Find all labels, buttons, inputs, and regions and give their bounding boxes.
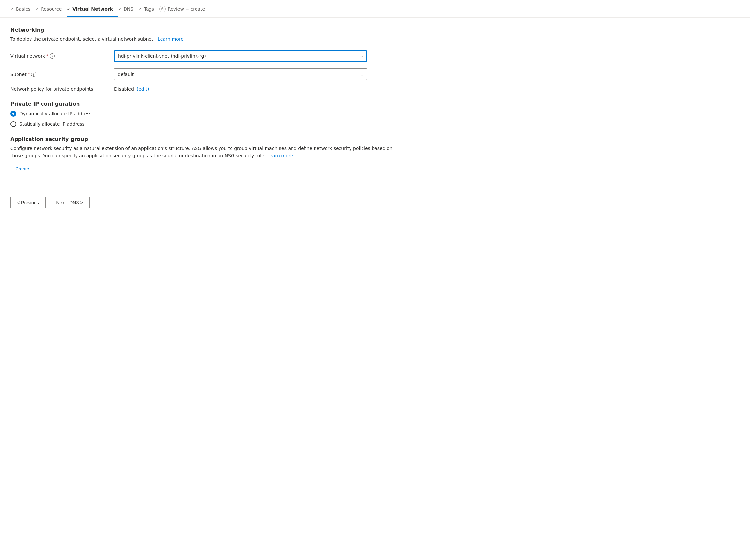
radio-circle-static bbox=[11, 121, 16, 127]
radio-dynamic-label: Dynamically allocate IP address bbox=[19, 111, 92, 116]
wizard-nav: ✓ Basics ✓ Resource ✓ Virtual Network ✓ … bbox=[0, 0, 750, 18]
nav-label-virtual-network: Virtual Network bbox=[72, 6, 113, 12]
subnet-label: Subnet * i bbox=[11, 71, 114, 77]
nav-step-dns[interactable]: ✓ DNS bbox=[118, 6, 138, 17]
create-asg-button[interactable]: + Create bbox=[11, 166, 29, 172]
network-policy-edit-link[interactable]: (edit) bbox=[137, 86, 149, 92]
private-ip-section: Private IP configuration Dynamically all… bbox=[11, 101, 411, 127]
check-icon-dns: ✓ bbox=[118, 7, 122, 12]
radio-dynamic[interactable]: Dynamically allocate IP address bbox=[11, 111, 411, 117]
check-icon-basics: ✓ bbox=[11, 7, 14, 12]
nav-label-dns: DNS bbox=[123, 6, 133, 12]
asg-learn-more[interactable]: Learn more bbox=[267, 153, 293, 158]
required-star-vnet: * bbox=[46, 54, 48, 58]
radio-group-ip: Dynamically allocate IP address Statical… bbox=[11, 111, 411, 127]
networking-learn-more[interactable]: Learn more bbox=[158, 36, 183, 41]
radio-static-label: Statically allocate IP address bbox=[19, 122, 85, 127]
info-icon-vnet[interactable]: i bbox=[50, 54, 55, 59]
asg-desc: Configure network security as a natural … bbox=[11, 145, 399, 160]
nav-label-tags: Tags bbox=[144, 6, 154, 12]
required-star-subnet: * bbox=[28, 72, 30, 77]
radio-circle-dynamic bbox=[11, 111, 16, 117]
check-icon-resource: ✓ bbox=[35, 7, 39, 12]
subnet-value: default bbox=[118, 71, 134, 77]
subnet-control: default ⌄ bbox=[114, 68, 367, 80]
nav-label-review-create: Review + create bbox=[167, 6, 205, 12]
virtual-network-control: hdi-privlink-client-vnet (hdi-privlink-r… bbox=[114, 50, 367, 62]
check-icon-tags: ✓ bbox=[138, 7, 142, 12]
subnet-dropdown[interactable]: default ⌄ bbox=[114, 68, 367, 80]
next-button[interactable]: Next : DNS > bbox=[50, 197, 90, 208]
network-policy-label: Network policy for private endpoints bbox=[11, 86, 114, 92]
nav-step-basics[interactable]: ✓ Basics bbox=[11, 6, 35, 17]
subnet-row: Subnet * i default ⌄ bbox=[11, 68, 411, 80]
asg-section: Application security group Configure net… bbox=[11, 136, 411, 172]
networking-desc: To deploy the private endpoint, select a… bbox=[11, 36, 411, 42]
network-policy-value: Disabled (edit) bbox=[114, 86, 149, 92]
nav-step-review-create[interactable]: 6 Review + create bbox=[159, 6, 210, 18]
chevron-down-icon-subnet: ⌄ bbox=[360, 72, 363, 77]
nav-step-tags[interactable]: ✓ Tags bbox=[138, 6, 159, 17]
chevron-down-icon-vnet: ⌄ bbox=[360, 54, 363, 58]
radio-static[interactable]: Statically allocate IP address bbox=[11, 121, 411, 127]
asg-title: Application security group bbox=[11, 136, 411, 142]
virtual-network-value: hdi-privlink-client-vnet (hdi-privlink-r… bbox=[118, 54, 206, 59]
virtual-network-row: Virtual network * i hdi-privlink-client-… bbox=[11, 50, 411, 62]
nav-label-basics: Basics bbox=[16, 6, 30, 12]
nav-step-resource[interactable]: ✓ Resource bbox=[35, 6, 67, 17]
nav-label-resource: Resource bbox=[41, 6, 62, 12]
virtual-network-label: Virtual network * i bbox=[11, 54, 114, 59]
footer: < Previous Next : DNS > bbox=[0, 190, 750, 215]
main-content: Networking To deploy the private endpoin… bbox=[0, 18, 421, 190]
network-policy-row: Network policy for private endpoints Dis… bbox=[11, 86, 411, 92]
private-ip-title: Private IP configuration bbox=[11, 101, 411, 107]
step-number-review: 6 bbox=[159, 6, 166, 12]
virtual-network-dropdown[interactable]: hdi-privlink-client-vnet (hdi-privlink-r… bbox=[114, 50, 367, 62]
nav-step-virtual-network[interactable]: ✓ Virtual Network bbox=[67, 6, 118, 17]
plus-icon: + bbox=[11, 166, 13, 172]
previous-button[interactable]: < Previous bbox=[11, 197, 46, 208]
info-icon-subnet[interactable]: i bbox=[31, 71, 36, 77]
networking-title: Networking bbox=[11, 27, 411, 33]
check-icon-virtual-network: ✓ bbox=[67, 7, 71, 12]
